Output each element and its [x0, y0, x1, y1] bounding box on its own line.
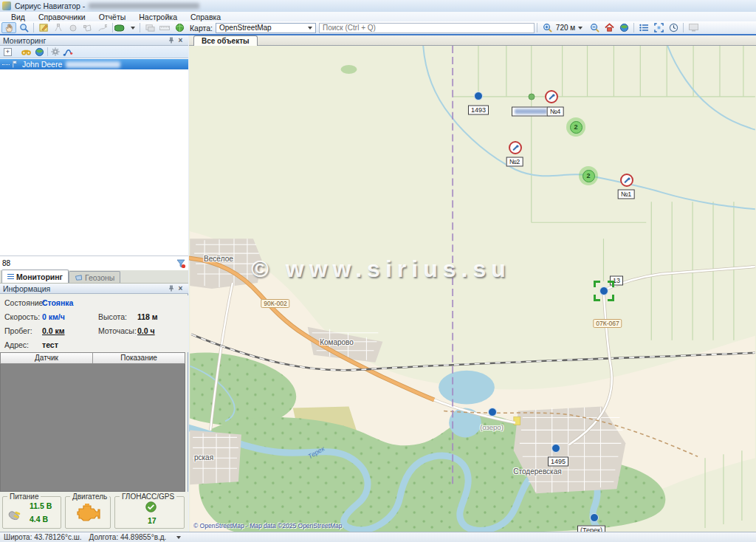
place-label-veseloe: Весёлое: [204, 255, 233, 263]
state-label: Состояние:: [4, 298, 45, 307]
cluster-marker-2[interactable]: 2: [579, 166, 598, 185]
object-marker-1495[interactable]: [551, 444, 560, 453]
layers-button[interactable]: [142, 22, 157, 33]
tab-monitoring[interactable]: Мониторинг: [1, 270, 69, 283]
ruler-button[interactable]: [157, 22, 172, 33]
monitoring-toolbar: +: [0, 46, 188, 58]
fit-selection-icon: [654, 23, 664, 32]
settings-button[interactable]: [51, 47, 60, 56]
globe-small-icon: [35, 47, 44, 57]
layers-icon: [145, 23, 155, 32]
cluster-count: 2: [583, 170, 595, 182]
tab-geozones[interactable]: Геозоны: [69, 271, 120, 283]
pump-marker-4[interactable]: [545, 90, 558, 103]
world-view-button[interactable]: [616, 22, 631, 33]
magnifier-icon: [19, 23, 29, 32]
monitor-button[interactable]: [686, 22, 701, 33]
info-panel-title: Информация: [3, 284, 50, 293]
search-input[interactable]: [319, 23, 535, 33]
filter-input[interactable]: [0, 257, 173, 270]
map-tab-all-objects[interactable]: Все объекты: [193, 35, 258, 46]
pump-icon: [548, 93, 556, 101]
statusbar-dropdown-arrow[interactable]: [176, 536, 181, 539]
geozone-small-icon: [75, 274, 83, 281]
info-panel-header: Информация ×: [0, 284, 188, 294]
close-info-button[interactable]: ×: [176, 284, 185, 293]
marker-label-terek: (Терек): [577, 526, 605, 532]
zoom-tool-button[interactable]: [16, 22, 31, 33]
gps-satellites-count: 17: [148, 516, 157, 525]
menu-otchety[interactable]: Отчёты: [92, 13, 133, 21]
scale-value: 720 м: [556, 24, 575, 32]
menu-spravka[interactable]: Справка: [184, 13, 227, 21]
app-icon: [2, 1, 11, 10]
pin-panel-button[interactable]: [166, 36, 176, 45]
value-column-header[interactable]: Показание: [93, 353, 185, 363]
pump-marker-2[interactable]: [509, 141, 522, 154]
home-view-button[interactable]: [602, 22, 616, 33]
zoom-out-button[interactable]: [587, 22, 602, 33]
history-button[interactable]: [666, 22, 681, 33]
object-marker-terek[interactable]: [590, 513, 599, 522]
track-button[interactable]: [63, 47, 73, 57]
menu-vid[interactable]: Вид: [4, 13, 32, 21]
scale-dropdown[interactable]: 720 м: [554, 22, 587, 33]
power-title: Питание: [7, 493, 41, 501]
hours-value[interactable]: 0.0 ч: [137, 326, 155, 335]
power-groupbox: Питание 11.5 В 4.4 В: [2, 496, 61, 529]
object-tree-row[interactable]: John Deere: [0, 59, 188, 69]
redacted-marker-label: [512, 107, 550, 117]
close-monitoring-button[interactable]: ×: [176, 36, 185, 45]
pin-info-button[interactable]: [166, 284, 176, 293]
place-label-rskaya: рская: [194, 453, 213, 462]
map-canvas[interactable]: © www.sirius.su Весёлое Комарово Стодере…: [189, 46, 756, 532]
show-on-map-button[interactable]: [35, 47, 44, 57]
cluster-marker-1[interactable]: 2: [566, 117, 585, 137]
height-value: 118 м: [137, 312, 158, 321]
gps-title: ГЛОНАСС/GPS: [120, 493, 176, 501]
object-marker-1493[interactable]: [474, 92, 483, 100]
sensor-column-header[interactable]: Датчик: [1, 353, 93, 363]
place-dot: [529, 94, 535, 100]
add-node-button[interactable]: [51, 22, 66, 33]
zoom-out-icon: [590, 23, 599, 32]
green-globe-icon: [175, 23, 185, 32]
object-name: John Deere: [22, 60, 62, 69]
pump-marker-1[interactable]: [620, 174, 633, 187]
power-voltage-2: 4.4 В: [30, 515, 48, 524]
menu-nastroyka[interactable]: Настройка: [132, 13, 184, 21]
fit-objects-button[interactable]: [651, 22, 666, 33]
satellite-check-icon: [145, 501, 157, 513]
expand-all-button[interactable]: +: [4, 48, 12, 56]
pump-icon: [512, 144, 520, 152]
mileage-value[interactable]: 0.0 км: [42, 326, 65, 335]
dropdown-arrow-icon: [131, 27, 135, 30]
sensor-table-header: Датчик Показание: [0, 352, 185, 364]
node-icon: [54, 24, 63, 32]
road-label-07k067: 07К-067: [593, 319, 622, 328]
tab-monitoring-label: Мониторинг: [16, 272, 63, 281]
edit-polygon-button[interactable]: [80, 22, 95, 33]
menu-spravochniki[interactable]: Справочники: [32, 13, 92, 21]
place-label-komarovo: Комарово: [320, 338, 354, 346]
geozones-globe-button[interactable]: [172, 22, 187, 33]
pan-tool-button[interactable]: [1, 22, 16, 33]
marker-label-n4: №4: [547, 107, 564, 117]
zoom-in-button[interactable]: [540, 22, 554, 33]
object-list-button[interactable]: [636, 22, 651, 33]
road-label-90k002: 90К-002: [261, 299, 289, 308]
place-label-ozero: (озеро): [480, 423, 504, 431]
title-bar: Сириус Навигатор -: [0, 0, 756, 12]
status-bar: Широта: 43.78126°с.ш. Долгота: 44.89855°…: [0, 532, 756, 542]
filter-button[interactable]: [173, 258, 188, 269]
track-color-button[interactable]: [115, 22, 137, 33]
map-provider-combobox[interactable]: OpenStreetMap: [216, 23, 316, 33]
edit-map-button[interactable]: [36, 22, 51, 33]
find-object-button[interactable]: [21, 48, 32, 56]
edit-polyline-button[interactable]: [95, 22, 110, 33]
object-marker-lake[interactable]: [488, 408, 497, 416]
marker-label-1493: 1493: [468, 106, 489, 115]
redacted-title-text: [89, 3, 199, 9]
add-circle-button[interactable]: [66, 22, 80, 33]
gps-groupbox: ГЛОНАСС/GPS 17: [114, 496, 185, 529]
